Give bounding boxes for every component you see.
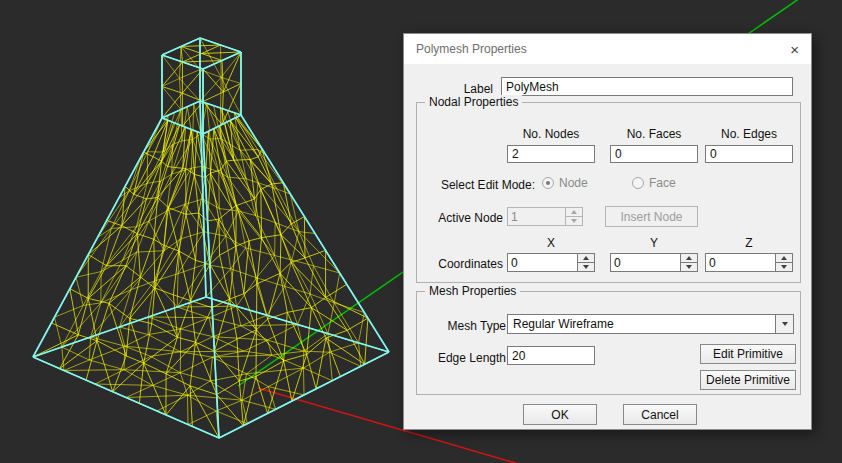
coord-z-spinner: [705, 253, 793, 272]
coord-x-spin-down[interactable]: [578, 262, 594, 271]
spin-down-icon: [781, 265, 787, 269]
coord-z-spin-down[interactable]: [776, 262, 792, 271]
polymesh-properties-dialog: Polymesh Properties × Label Nodal Proper…: [403, 33, 812, 430]
coord-z-header: Z: [705, 234, 793, 253]
spin-up-icon: [686, 256, 692, 260]
mesh-properties-legend: Mesh Properties: [425, 284, 520, 298]
edit-mode-face-radio[interactable]: Face: [632, 176, 676, 190]
no-nodes-field[interactable]: [507, 145, 595, 163]
active-node-spin-down[interactable]: [566, 216, 582, 225]
edit-mode-face-label: Face: [649, 177, 676, 189]
coord-y-spin-down[interactable]: [681, 262, 697, 271]
chevron-down-icon: [782, 322, 788, 326]
no-nodes-header: No. Nodes: [507, 125, 595, 144]
radio-selected-icon: [542, 177, 554, 189]
coord-x-spin-up[interactable]: [578, 254, 594, 262]
label-input[interactable]: [501, 77, 793, 96]
edit-mode-label: Select Edit Mode:: [423, 176, 535, 195]
nodal-properties-group: Nodal Properties No. Nodes No. Faces No.…: [416, 102, 801, 283]
active-node-spinner: [507, 207, 583, 226]
delete-primitive-button[interactable]: Delete Primitive: [700, 370, 796, 390]
edge-length-label: Edge Length: [423, 349, 506, 368]
mesh-type-combo[interactable]: Regular Wireframe: [507, 314, 794, 334]
combo-drop-button[interactable]: [775, 315, 793, 333]
insert-node-button[interactable]: Insert Node: [605, 206, 698, 227]
edit-mode-node-label: Node: [559, 177, 588, 189]
edge-length-input[interactable]: [507, 346, 595, 365]
ok-button[interactable]: OK: [523, 404, 597, 425]
spin-down-icon: [583, 265, 589, 269]
no-faces-header: No. Faces: [610, 125, 698, 144]
coord-y-spinner: [610, 253, 698, 272]
coord-x-input[interactable]: [508, 254, 577, 271]
application-window: Polymesh Properties × Label Nodal Proper…: [0, 0, 842, 463]
close-icon[interactable]: ×: [790, 42, 799, 57]
active-node-spin-up[interactable]: [566, 208, 582, 216]
spin-up-icon: [571, 210, 577, 214]
no-edges-field[interactable]: [705, 145, 793, 163]
cancel-button[interactable]: Cancel: [623, 404, 697, 425]
coord-z-spin-up[interactable]: [776, 254, 792, 262]
coord-y-input[interactable]: [611, 254, 680, 271]
active-node-input[interactable]: [508, 208, 565, 225]
mesh-type-value: Regular Wireframe: [508, 315, 775, 333]
spin-down-icon: [571, 219, 577, 223]
no-faces-field[interactable]: [610, 145, 698, 163]
spin-up-icon: [781, 256, 787, 260]
spin-down-icon: [686, 265, 692, 269]
nodal-properties-legend: Nodal Properties: [425, 95, 522, 109]
no-edges-header: No. Edges: [705, 125, 793, 144]
coord-x-spinner: [507, 253, 595, 272]
edit-mode-node-radio[interactable]: Node: [542, 176, 588, 190]
dialog-title: Polymesh Properties: [416, 42, 527, 56]
mesh-properties-group: Mesh Properties Mesh Type Regular Wirefr…: [416, 291, 801, 395]
spin-up-icon: [583, 256, 589, 260]
coord-y-header: Y: [610, 234, 698, 253]
active-node-label: Active Node: [427, 209, 503, 228]
coord-x-header: X: [507, 234, 595, 253]
mesh-type-label: Mesh Type: [427, 317, 506, 336]
coord-z-input[interactable]: [706, 254, 775, 271]
dialog-titlebar[interactable]: Polymesh Properties ×: [404, 34, 811, 64]
radio-unselected-icon: [632, 177, 644, 189]
coordinates-label: Coordinates: [423, 255, 503, 274]
edit-primitive-button[interactable]: Edit Primitive: [700, 344, 796, 364]
coord-y-spin-up[interactable]: [681, 254, 697, 262]
